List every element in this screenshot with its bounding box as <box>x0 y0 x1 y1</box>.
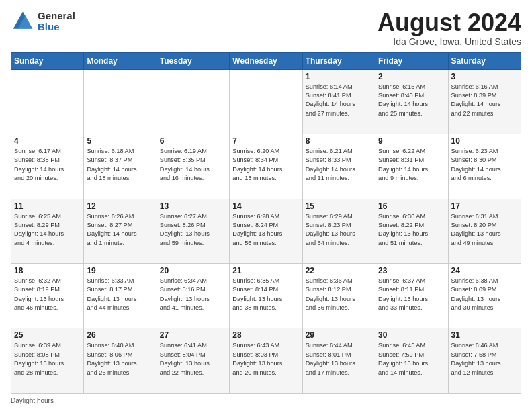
day-cell: 3Sunrise: 6:16 AMSunset: 8:39 PMDaylight… <box>448 69 521 134</box>
day-cell: 21Sunrise: 6:35 AMSunset: 8:14 PMDayligh… <box>230 264 302 328</box>
calendar-title: August 2024 <box>378 9 521 36</box>
day-cell: 19Sunrise: 6:33 AMSunset: 8:17 PMDayligh… <box>84 264 157 328</box>
day-detail: Sunrise: 6:43 AMSunset: 8:03 PMDaylight:… <box>232 341 299 377</box>
day-detail: Sunrise: 6:39 AMSunset: 8:08 PMDaylight:… <box>14 341 81 377</box>
day-detail: Sunrise: 6:41 AMSunset: 8:04 PMDaylight:… <box>160 341 226 377</box>
day-cell: 18Sunrise: 6:32 AMSunset: 8:19 PMDayligh… <box>11 264 84 328</box>
day-number: 8 <box>306 136 372 146</box>
day-number: 10 <box>451 136 518 146</box>
day-detail: Sunrise: 6:37 AMSunset: 8:11 PMDaylight:… <box>378 277 445 312</box>
header: General Blue August 2024 Ida Grove, Iowa… <box>11 9 521 47</box>
day-detail: Sunrise: 6:32 AMSunset: 8:19 PMDaylight:… <box>14 277 81 312</box>
logo: General Blue <box>11 9 75 34</box>
calendar-table: SundayMondayTuesdayWednesdayThursdayFrid… <box>11 52 521 394</box>
day-number: 15 <box>306 201 372 211</box>
week-row-1: 1Sunrise: 6:14 AMSunset: 8:41 PMDaylight… <box>11 69 521 134</box>
day-number: 30 <box>378 330 445 340</box>
day-cell: 2Sunrise: 6:15 AMSunset: 8:40 PMDaylight… <box>375 69 448 134</box>
day-cell: 15Sunrise: 6:29 AMSunset: 8:23 PMDayligh… <box>302 199 375 263</box>
day-detail: Sunrise: 6:18 AMSunset: 8:37 PMDaylight:… <box>87 147 153 183</box>
day-detail: Sunrise: 6:26 AMSunset: 8:27 PMDaylight:… <box>87 212 153 248</box>
day-cell: 28Sunrise: 6:43 AMSunset: 8:03 PMDayligh… <box>230 328 302 394</box>
day-number: 3 <box>451 72 518 81</box>
weekday-header-sunday: Sunday <box>11 52 84 69</box>
day-detail: Sunrise: 6:20 AMSunset: 8:34 PMDaylight:… <box>232 147 299 183</box>
day-number: 23 <box>378 266 445 275</box>
day-detail: Sunrise: 6:19 AMSunset: 8:35 PMDaylight:… <box>160 147 226 183</box>
day-detail: Sunrise: 6:44 AMSunset: 8:01 PMDaylight:… <box>306 341 372 377</box>
day-number: 29 <box>306 330 372 340</box>
day-number: 9 <box>378 136 445 146</box>
day-cell: 6Sunrise: 6:19 AMSunset: 8:35 PMDaylight… <box>157 134 229 199</box>
day-number: 12 <box>87 201 153 211</box>
day-cell: 9Sunrise: 6:22 AMSunset: 8:31 PMDaylight… <box>375 134 448 199</box>
day-cell: 31Sunrise: 6:46 AMSunset: 7:58 PMDayligh… <box>448 328 521 394</box>
day-cell: 4Sunrise: 6:17 AMSunset: 8:38 PMDaylight… <box>11 134 84 199</box>
logo-general-label: General <box>38 11 75 22</box>
day-cell: 22Sunrise: 6:36 AMSunset: 8:12 PMDayligh… <box>302 264 375 328</box>
day-number: 22 <box>306 266 372 275</box>
day-number: 27 <box>160 330 226 340</box>
footer-note: Daylight hours <box>11 397 521 404</box>
weekday-header-tuesday: Tuesday <box>157 52 229 69</box>
weekday-header-thursday: Thursday <box>302 52 375 69</box>
day-detail: Sunrise: 6:34 AMSunset: 8:16 PMDaylight:… <box>160 277 226 312</box>
day-number: 1 <box>306 72 372 81</box>
day-cell <box>157 69 229 134</box>
day-number: 28 <box>232 330 299 340</box>
day-detail: Sunrise: 6:21 AMSunset: 8:33 PMDaylight:… <box>306 147 372 183</box>
day-cell: 16Sunrise: 6:30 AMSunset: 8:22 PMDayligh… <box>375 199 448 263</box>
day-cell: 27Sunrise: 6:41 AMSunset: 8:04 PMDayligh… <box>157 328 229 394</box>
day-detail: Sunrise: 6:40 AMSunset: 8:06 PMDaylight:… <box>87 341 153 377</box>
day-detail: Sunrise: 6:15 AMSunset: 8:40 PMDaylight:… <box>378 83 445 118</box>
day-cell: 10Sunrise: 6:23 AMSunset: 8:30 PMDayligh… <box>448 134 521 199</box>
day-cell <box>84 69 157 134</box>
week-row-2: 4Sunrise: 6:17 AMSunset: 8:38 PMDaylight… <box>11 134 521 199</box>
day-number: 19 <box>87 266 153 275</box>
day-detail: Sunrise: 6:17 AMSunset: 8:38 PMDaylight:… <box>14 147 81 183</box>
week-row-5: 25Sunrise: 6:39 AMSunset: 8:08 PMDayligh… <box>11 328 521 394</box>
week-row-3: 11Sunrise: 6:25 AMSunset: 8:29 PMDayligh… <box>11 199 521 263</box>
day-number: 4 <box>14 136 81 146</box>
day-number: 16 <box>378 201 445 211</box>
weekday-header-monday: Monday <box>84 52 157 69</box>
day-detail: Sunrise: 6:46 AMSunset: 7:58 PMDaylight:… <box>451 341 518 377</box>
day-cell: 29Sunrise: 6:44 AMSunset: 8:01 PMDayligh… <box>302 328 375 394</box>
day-cell: 7Sunrise: 6:20 AMSunset: 8:34 PMDaylight… <box>230 134 302 199</box>
day-cell: 8Sunrise: 6:21 AMSunset: 8:33 PMDaylight… <box>302 134 375 199</box>
day-cell: 30Sunrise: 6:45 AMSunset: 7:59 PMDayligh… <box>375 328 448 394</box>
day-cell: 23Sunrise: 6:37 AMSunset: 8:11 PMDayligh… <box>375 264 448 328</box>
weekday-header-wednesday: Wednesday <box>230 52 302 69</box>
day-number: 13 <box>160 201 226 211</box>
day-cell <box>230 69 302 134</box>
day-number: 5 <box>87 136 153 146</box>
day-detail: Sunrise: 6:35 AMSunset: 8:14 PMDaylight:… <box>232 277 299 312</box>
day-detail: Sunrise: 6:27 AMSunset: 8:26 PMDaylight:… <box>160 212 226 248</box>
weekday-header-friday: Friday <box>375 52 448 69</box>
day-number: 31 <box>451 330 518 340</box>
day-number: 7 <box>232 136 299 146</box>
logo-blue-label: Blue <box>38 21 75 33</box>
day-cell: 1Sunrise: 6:14 AMSunset: 8:41 PMDaylight… <box>302 69 375 134</box>
day-detail: Sunrise: 6:38 AMSunset: 8:09 PMDaylight:… <box>451 277 518 312</box>
calendar-location: Ida Grove, Iowa, United States <box>378 36 521 47</box>
day-number: 2 <box>378 72 445 81</box>
day-detail: Sunrise: 6:36 AMSunset: 8:12 PMDaylight:… <box>306 277 372 312</box>
day-number: 18 <box>14 266 81 275</box>
generalblue-logo-icon <box>11 9 35 34</box>
day-cell: 25Sunrise: 6:39 AMSunset: 8:08 PMDayligh… <box>11 328 84 394</box>
day-detail: Sunrise: 6:14 AMSunset: 8:41 PMDaylight:… <box>306 83 372 118</box>
day-cell: 17Sunrise: 6:31 AMSunset: 8:20 PMDayligh… <box>448 199 521 263</box>
day-detail: Sunrise: 6:16 AMSunset: 8:39 PMDaylight:… <box>451 83 518 118</box>
day-number: 21 <box>232 266 299 275</box>
day-number: 26 <box>87 330 153 340</box>
day-detail: Sunrise: 6:45 AMSunset: 7:59 PMDaylight:… <box>378 341 445 377</box>
day-detail: Sunrise: 6:23 AMSunset: 8:30 PMDaylight:… <box>451 147 518 183</box>
day-number: 20 <box>160 266 226 275</box>
day-cell: 13Sunrise: 6:27 AMSunset: 8:26 PMDayligh… <box>157 199 229 263</box>
day-number: 6 <box>160 136 226 146</box>
day-detail: Sunrise: 6:22 AMSunset: 8:31 PMDaylight:… <box>378 147 445 183</box>
day-detail: Sunrise: 6:30 AMSunset: 8:22 PMDaylight:… <box>378 212 445 248</box>
title-block: August 2024 Ida Grove, Iowa, United Stat… <box>378 9 521 47</box>
weekday-header-row: SundayMondayTuesdayWednesdayThursdayFrid… <box>11 52 521 69</box>
